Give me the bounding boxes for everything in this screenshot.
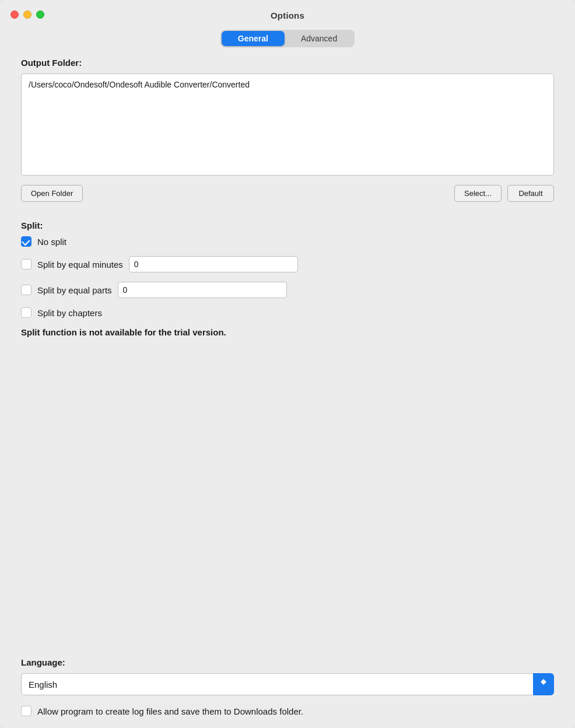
log-files-label: Allow program to create log files and sa…: [37, 706, 303, 716]
select-button[interactable]: Select...: [454, 185, 502, 202]
options-window: Options General Advanced Output Folder: …: [0, 0, 575, 728]
right-buttons: Select... Default: [454, 185, 554, 202]
equal-parts-checkbox[interactable]: [21, 285, 31, 295]
open-folder-button[interactable]: Open Folder: [21, 185, 83, 202]
tabs-container: General Advanced: [0, 30, 575, 47]
chapters-label: Split by chapters: [37, 308, 102, 318]
equal-parts-option: Split by equal parts: [21, 282, 554, 298]
default-button[interactable]: Default: [507, 185, 554, 202]
maximize-button[interactable]: [36, 10, 44, 19]
equal-minutes-label: Split by equal minutes: [37, 260, 123, 270]
language-select[interactable]: English Chinese French German Japanese K…: [21, 673, 554, 695]
output-folder-label: Output Folder:: [21, 58, 554, 68]
split-label: Split:: [21, 220, 554, 230]
no-split-option: No split: [21, 236, 554, 247]
equal-parts-label: Split by equal parts: [37, 285, 112, 295]
equal-parts-input[interactable]: [118, 282, 287, 298]
log-files-checkbox[interactable]: [21, 706, 31, 716]
window-title: Options: [271, 10, 304, 20]
tabs: General Advanced: [220, 30, 355, 47]
traffic-lights: [10, 10, 44, 19]
chapters-checkbox[interactable]: [21, 307, 31, 318]
output-folder-input[interactable]: [21, 74, 554, 176]
equal-minutes-input[interactable]: [129, 256, 298, 272]
chapters-option: Split by chapters: [21, 307, 554, 318]
split-section: Split: No split Split by equal minutes S…: [21, 220, 554, 355]
tab-advanced[interactable]: Advanced: [285, 31, 353, 46]
equal-minutes-checkbox[interactable]: [21, 259, 31, 270]
tab-general[interactable]: General: [222, 31, 285, 46]
language-select-wrapper: English Chinese French German Japanese K…: [21, 673, 554, 695]
no-split-label: No split: [37, 237, 66, 247]
close-button[interactable]: [10, 10, 19, 19]
buttons-row: Open Folder Select... Default: [21, 185, 554, 202]
log-files-option: Allow program to create log files and sa…: [21, 706, 554, 716]
language-label: Language:: [21, 657, 554, 667]
trial-notice: Split function is not available for the …: [21, 327, 554, 337]
title-bar: Options: [0, 0, 575, 26]
language-section: Language: English Chinese French German …: [21, 657, 554, 728]
equal-minutes-option: Split by equal minutes: [21, 256, 554, 272]
no-split-checkbox[interactable]: [21, 236, 31, 247]
content-area: Output Folder: Open Folder Select... Def…: [0, 58, 575, 728]
minimize-button[interactable]: [23, 10, 31, 19]
